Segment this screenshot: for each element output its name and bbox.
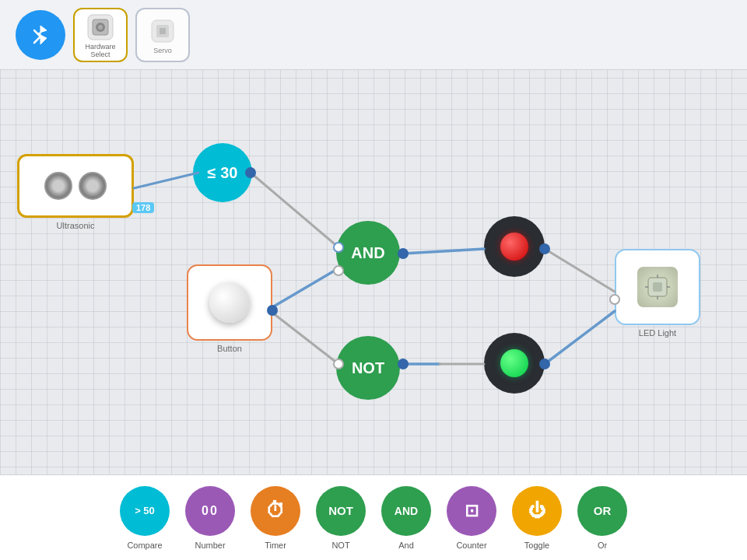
led-red-circle [484,216,545,277]
button-label: Button [217,344,242,353]
palette-and-circle: AND [381,486,431,536]
compare-circle: ≤ 30 [193,143,252,202]
palette-counter-circle: ⊡ [447,486,496,536]
and-circle: AND [336,221,400,285]
palette-compare[interactable]: > 50 Compare [120,486,170,550]
bluetooth-button[interactable] [16,10,65,60]
palette-toggle[interactable]: ⏻ Toggle [512,486,562,550]
ultrasonic-label: Ultrasonic [57,221,95,230]
hardware-select-icon [85,12,116,43]
svg-line-8 [545,311,615,364]
led-dot-red [500,233,528,261]
palette-number-symbol: 00 [202,504,219,518]
palette-not-symbol: NOT [328,504,353,517]
and-node[interactable]: AND [336,221,400,285]
button-node[interactable]: Button [187,264,272,353]
toolbar: Hardware Select Servo [0,0,747,70]
compare-node[interactable]: ≤ 30 [193,143,252,202]
palette-compare-label: Compare [127,541,162,550]
palette-compare-circle: > 50 [120,486,170,536]
sensor-eye-right [79,172,107,200]
led-red-node[interactable] [484,216,545,277]
palette-or-label: Or [598,541,607,550]
and-label: AND [351,244,384,262]
button-box [187,264,272,341]
palette-or-circle: OR [577,486,627,536]
palette-toggle-icon: ⏻ [528,501,545,521]
svg-rect-31 [160,28,166,34]
led-chip-icon [637,267,678,307]
not-node[interactable]: NOT [336,336,400,400]
svg-line-0 [134,173,198,188]
servo-label: Servo [153,47,172,54]
servo-button[interactable]: Servo [135,8,190,62]
ultrasonic-box [17,154,134,218]
led-light-label: LED Light [639,328,676,338]
sensor-eye-left [44,172,72,200]
palette-counter-label: Counter [456,541,486,550]
svg-line-2 [272,268,338,307]
not-label: NOT [352,359,384,377]
palette: > 50 Compare 00 Number ⏱ Timer NOT NOT A… [0,474,747,560]
palette-not-label: NOT [331,541,349,550]
led-dot-green [500,349,528,377]
palette-and-symbol: AND [395,505,418,517]
palette-timer-circle: ⏱ [251,486,300,536]
svg-line-3 [272,313,338,364]
palette-counter-icon: ⊡ [465,501,479,521]
palette-number[interactable]: 00 Number [185,486,235,550]
palette-timer[interactable]: ⏱ Timer [251,486,300,550]
palette-or-symbol: OR [594,504,612,517]
hardware-select-button[interactable]: Hardware Select [73,8,128,62]
palette-not[interactable]: NOT NOT [316,486,366,550]
palette-or[interactable]: OR Or [577,486,627,550]
svg-line-7 [545,249,615,292]
hardware-select-label: Hardware Select [75,43,126,58]
palette-timer-label: Timer [265,541,286,550]
svg-point-28 [98,25,103,30]
palette-number-circle: 00 [185,486,235,536]
button-knob [209,282,250,323]
palette-timer-icon: ⏱ [265,499,286,523]
palette-and[interactable]: AND And [381,486,431,550]
led-green-circle [484,333,545,394]
palette-compare-symbol: > 50 [135,505,155,516]
svg-line-4 [403,249,484,254]
palette-toggle-label: Toggle [524,541,549,550]
palette-not-circle: NOT [316,486,366,536]
led-light-node[interactable]: LED Light [615,249,700,338]
canvas[interactable]: Ultrasonic 178 ≤ 30 Button AND NOT [0,0,747,474]
palette-counter[interactable]: ⊡ Counter [447,486,496,550]
palette-number-label: Number [195,541,225,550]
led-green-node[interactable] [484,333,545,394]
palette-and-label: And [398,541,414,550]
ultrasonic-value: 178 [132,202,154,213]
not-circle: NOT [336,336,400,400]
palette-toggle-circle: ⏻ [512,486,562,536]
led-light-box [615,249,700,325]
ultrasonic-node[interactable]: Ultrasonic 178 [17,154,134,230]
bluetooth-icon [28,23,53,47]
compare-symbol: ≤ 30 [208,164,238,182]
servo-icon [147,16,178,47]
svg-line-1 [251,173,338,247]
svg-rect-20 [653,282,662,292]
